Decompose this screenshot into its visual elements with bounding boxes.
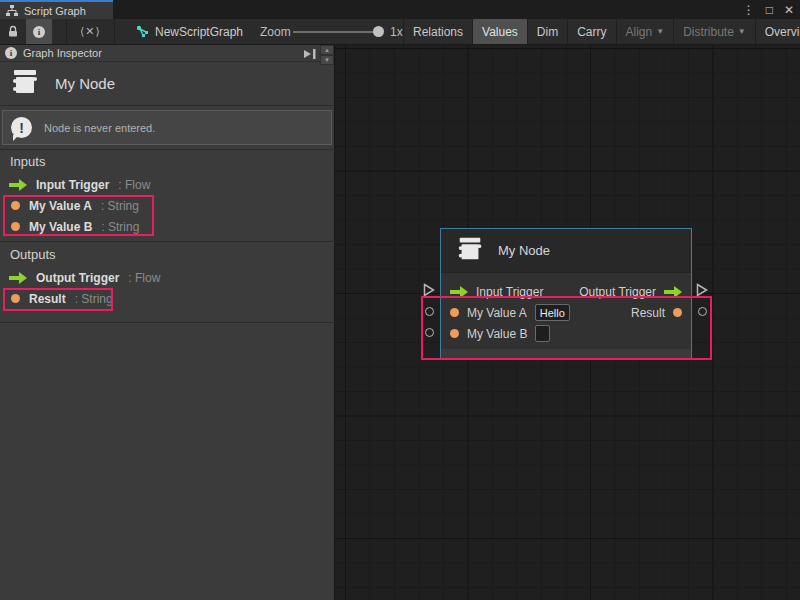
annotation-box-result <box>3 288 113 311</box>
zoom-slider-track[interactable] <box>293 31 383 33</box>
tab-script-graph[interactable]: Script Graph <box>0 0 113 19</box>
graph-asset-name: NewScriptGraph <box>155 25 243 39</box>
chevron-down-icon: ▼ <box>656 27 664 36</box>
toolbar-right-group: Relations Values Dim Carry Align▼ Distri… <box>403 19 800 44</box>
chevron-down-icon: ▼ <box>738 27 746 36</box>
graph-breadcrumb[interactable]: NewScriptGraph <box>136 19 243 44</box>
node-icon <box>455 234 485 267</box>
toolbar-left-group: i ⟨✕⟩ <box>0 19 115 44</box>
annotation-box-inputs <box>3 195 154 236</box>
menu-kebab-icon[interactable]: ⋮ <box>743 4 755 16</box>
warning-text: Node is never entered. <box>44 122 155 134</box>
inspector-title: Graph Inspector <box>23 47 102 59</box>
node-header[interactable]: My Node <box>441 229 691 273</box>
relations-button[interactable]: Relations <box>403 19 472 44</box>
graph-canvas[interactable]: My Node Input Trigger Output Trigger My … <box>335 45 800 600</box>
tab-label: Script Graph <box>24 5 86 17</box>
graph-inspector-panel: i Graph Inspector ▲ ▼ My Node ! Node is … <box>0 45 335 600</box>
section-divider <box>0 149 335 150</box>
lock-button[interactable] <box>0 19 26 44</box>
values-button[interactable]: Values <box>472 19 527 44</box>
inspector-header: i Graph Inspector <box>0 45 334 62</box>
inspected-node-title: My Node <box>55 75 115 92</box>
node-icon <box>9 66 41 101</box>
toolbar-separator <box>114 19 115 44</box>
inspected-node-section: My Node <box>0 62 334 106</box>
outputs-section-title: Outputs <box>10 247 56 262</box>
info-icon: i <box>5 47 17 59</box>
carry-button[interactable]: Carry <box>567 19 615 44</box>
section-divider <box>0 241 335 242</box>
align-dropdown[interactable]: Align▼ <box>616 19 674 44</box>
port-row-input-trigger: Input Trigger : Flow <box>0 174 335 195</box>
scroll-up-button[interactable]: ▲ <box>320 45 334 55</box>
annotation-box-node-values <box>421 296 712 360</box>
warning-banner: ! Node is never entered. <box>2 110 332 145</box>
node-title: My Node <box>498 243 550 258</box>
flow-input-port[interactable] <box>423 283 435 297</box>
inputs-section-title: Inputs <box>10 154 45 169</box>
window-controls: ⋮ □ ✕ <box>743 0 794 19</box>
dim-button[interactable]: Dim <box>527 19 567 44</box>
zoom-value: 1x <box>390 19 403 44</box>
zoom-slider-handle[interactable] <box>373 26 384 37</box>
tab-bar: Script Graph ⋮ □ ✕ <box>0 0 800 19</box>
maximize-icon[interactable]: □ <box>766 4 773 16</box>
port-row-output-trigger: Output Trigger : Flow <box>0 267 335 288</box>
warning-icon: ! <box>11 117 32 138</box>
info-icon: i <box>33 26 45 38</box>
dock-panel-button[interactable] <box>302 47 317 60</box>
section-divider <box>0 322 335 323</box>
code-icon: ⟨✕⟩ <box>80 25 101 38</box>
distribute-dropdown[interactable]: Distribute▼ <box>673 19 755 44</box>
close-icon[interactable]: ✕ <box>784 4 794 16</box>
lock-icon <box>7 25 19 38</box>
graph-asset-icon <box>136 25 149 38</box>
overview-button[interactable]: Overview <box>755 19 800 44</box>
script-graph-icon <box>6 5 18 17</box>
inspector-toggle-button[interactable]: i <box>26 19 52 44</box>
flow-arrow-icon <box>9 179 27 191</box>
flow-arrow-icon <box>9 272 27 284</box>
toolbar: i ⟨✕⟩ NewScriptGraph Zoom 1x Relations V… <box>0 19 800 45</box>
zoom-label: Zoom <box>260 19 291 44</box>
code-view-button[interactable]: ⟨✕⟩ <box>67 19 114 44</box>
flow-output-port[interactable] <box>696 283 708 297</box>
